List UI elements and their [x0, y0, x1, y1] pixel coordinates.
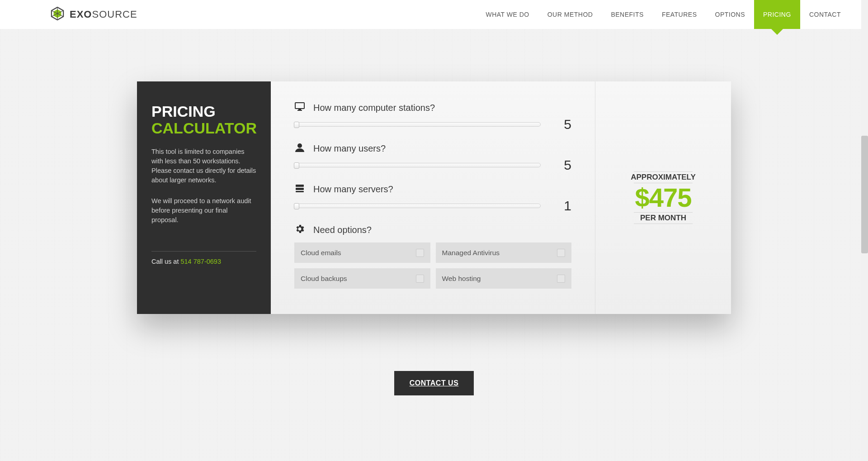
brand-text: EXOSOURCE	[70, 9, 137, 20]
contact-us-button[interactable]: CONTACT US	[394, 371, 474, 395]
option-label: Cloud backups	[301, 275, 347, 283]
option-managed-antivirus[interactable]: Managed Antivirus	[436, 242, 572, 263]
svg-rect-9	[296, 185, 304, 187]
result-panel: APPROXIMATELY $475 PER MONTH	[595, 81, 731, 314]
option-web-hosting[interactable]: Web hosting	[436, 268, 572, 289]
option-cloud-backups[interactable]: Cloud backups	[294, 268, 430, 289]
nav-features[interactable]: FEATURES	[653, 0, 706, 29]
svg-rect-11	[296, 191, 304, 192]
page-scrollbar[interactable]	[861, 0, 868, 461]
price-value: $475	[631, 183, 696, 212]
checkbox-web-hosting[interactable]	[557, 275, 565, 283]
nav-our-method[interactable]: OUR METHOD	[538, 0, 602, 29]
nav-contact[interactable]: CONTACT	[800, 0, 850, 29]
slider-block-users: How many users? 5	[294, 142, 571, 173]
nav-benefits[interactable]: BENEFITS	[602, 0, 652, 29]
gear-icon	[294, 223, 305, 236]
pricing-sidebar: PRICING CALCULATOR This tool is limited …	[137, 81, 271, 314]
nav-what-we-do[interactable]: WHAT WE DO	[476, 0, 538, 29]
svg-rect-5	[295, 103, 304, 109]
slider-users[interactable]	[294, 163, 541, 167]
option-label: Cloud emails	[301, 249, 341, 257]
per-month-label: PER MONTH	[631, 213, 696, 223]
server-icon	[294, 183, 305, 195]
sidebar-para-1: This tool is limited to companies with l…	[151, 147, 256, 185]
pricing-card: PRICING CALCULATOR This tool is limited …	[137, 81, 731, 314]
svg-rect-6	[298, 109, 301, 110]
question-stations: How many computer stations?	[313, 103, 435, 113]
slider-block-stations: How many computer stations? 5	[294, 101, 571, 132]
svg-rect-10	[296, 188, 304, 190]
nav-pricing[interactable]: PRICING	[754, 0, 800, 29]
sidebar-para-2: We will proceed to a network audit befor…	[151, 196, 256, 225]
option-label: Managed Antivirus	[442, 249, 500, 257]
monitor-icon	[294, 101, 305, 114]
checkbox-cloud-backups[interactable]	[416, 275, 424, 283]
main-nav: WHAT WE DO OUR METHOD BENEFITS FEATURES …	[476, 0, 850, 29]
options-heading-row: Need options?	[294, 223, 571, 236]
slider-stations[interactable]	[294, 122, 541, 127]
call-us-line: Call us at 514 787-0693	[151, 258, 256, 265]
price-box: APPROXIMATELY $475 PER MONTH	[631, 171, 696, 224]
contact-button-wrap: CONTACT US	[0, 371, 868, 395]
slider-block-servers: How many servers? 1	[294, 183, 571, 214]
slider-handle-servers[interactable]	[294, 203, 299, 209]
brand-logo[interactable]: EXOSOURCE	[51, 7, 137, 22]
checkbox-cloud-emails[interactable]	[416, 249, 424, 257]
options-heading: Need options?	[313, 225, 372, 235]
user-icon	[294, 142, 305, 155]
approx-label: APPROXIMATELY	[631, 172, 696, 183]
calculator-panel: How many computer stations? 5 How many u…	[271, 81, 595, 314]
slider-handle-users[interactable]	[294, 162, 299, 169]
question-servers: How many servers?	[313, 184, 393, 195]
svg-rect-7	[297, 110, 302, 111]
question-users: How many users?	[313, 143, 386, 154]
logo-hex-icon	[51, 7, 64, 22]
top-header: EXOSOURCE WHAT WE DO OUR METHOD BENEFITS…	[0, 0, 868, 29]
sidebar-title: PRICING CALCULATOR	[151, 103, 256, 136]
value-users: 5	[553, 157, 571, 173]
sidebar-divider	[151, 251, 256, 252]
scrollbar-thumb[interactable]	[861, 136, 868, 253]
value-stations: 5	[553, 117, 571, 132]
svg-point-8	[297, 143, 302, 148]
option-label: Web hosting	[442, 275, 481, 283]
phone-link[interactable]: 514 787-0693	[180, 258, 221, 265]
slider-handle-stations[interactable]	[294, 122, 299, 128]
options-grid: Cloud emails Managed Antivirus Cloud bac…	[294, 242, 571, 289]
nav-options[interactable]: OPTIONS	[706, 0, 755, 29]
value-servers: 1	[553, 198, 571, 214]
checkbox-managed-antivirus[interactable]	[557, 249, 565, 257]
slider-servers[interactable]	[294, 204, 541, 208]
option-cloud-emails[interactable]: Cloud emails	[294, 242, 430, 263]
